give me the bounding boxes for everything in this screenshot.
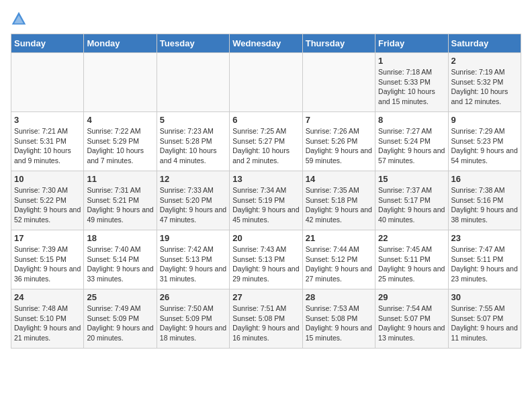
day-info: Sunrise: 7:30 AM Sunset: 5:22 PM Dayligh… — [14, 185, 81, 225]
calendar-cell: 20Sunrise: 7:43 AM Sunset: 5:13 PM Dayli… — [230, 230, 302, 289]
calendar-cell: 21Sunrise: 7:44 AM Sunset: 5:12 PM Dayli… — [302, 230, 375, 289]
day-info: Sunrise: 7:27 AM Sunset: 5:24 PM Dayligh… — [378, 126, 445, 166]
header-day-wednesday: Wednesday — [230, 34, 302, 53]
calendar-cell — [84, 53, 157, 112]
day-number: 22 — [378, 233, 445, 243]
calendar-cell: 5Sunrise: 7:23 AM Sunset: 5:28 PM Daylig… — [157, 112, 229, 171]
day-number: 2 — [451, 56, 518, 66]
day-number: 11 — [87, 174, 153, 184]
header-day-saturday: Saturday — [448, 34, 521, 53]
week-row-3: 10Sunrise: 7:30 AM Sunset: 5:22 PM Dayli… — [11, 171, 521, 230]
calendar-cell: 18Sunrise: 7:40 AM Sunset: 5:14 PM Dayli… — [84, 230, 157, 289]
day-number: 18 — [87, 233, 153, 243]
day-info: Sunrise: 7:31 AM Sunset: 5:21 PM Dayligh… — [87, 185, 153, 225]
day-info: Sunrise: 7:49 AM Sunset: 5:09 PM Dayligh… — [87, 304, 153, 343]
day-info: Sunrise: 7:35 AM Sunset: 5:18 PM Dayligh… — [306, 185, 372, 225]
day-number: 24 — [14, 292, 81, 302]
day-number: 7 — [306, 115, 372, 125]
calendar-cell: 2Sunrise: 7:19 AM Sunset: 5:32 PM Daylig… — [448, 53, 521, 112]
calendar-cell: 11Sunrise: 7:31 AM Sunset: 5:21 PM Dayli… — [84, 171, 157, 230]
calendar-cell: 13Sunrise: 7:34 AM Sunset: 5:19 PM Dayli… — [230, 171, 302, 230]
calendar-cell: 24Sunrise: 7:48 AM Sunset: 5:10 PM Dayli… — [11, 289, 84, 349]
calendar-cell: 29Sunrise: 7:54 AM Sunset: 5:07 PM Dayli… — [375, 289, 448, 349]
logo — [11, 11, 30, 27]
day-number: 13 — [232, 174, 299, 184]
day-info: Sunrise: 7:29 AM Sunset: 5:23 PM Dayligh… — [451, 126, 518, 166]
week-row-1: 1Sunrise: 7:18 AM Sunset: 5:33 PM Daylig… — [11, 53, 521, 112]
day-info: Sunrise: 7:44 AM Sunset: 5:12 PM Dayligh… — [306, 244, 372, 284]
calendar-cell: 25Sunrise: 7:49 AM Sunset: 5:09 PM Dayli… — [84, 289, 157, 349]
calendar-cell: 1Sunrise: 7:18 AM Sunset: 5:33 PM Daylig… — [375, 53, 448, 112]
calendar-cell: 16Sunrise: 7:38 AM Sunset: 5:16 PM Dayli… — [448, 171, 521, 230]
calendar-cell: 26Sunrise: 7:50 AM Sunset: 5:09 PM Dayli… — [157, 289, 229, 349]
calendar-cell: 28Sunrise: 7:53 AM Sunset: 5:08 PM Dayli… — [302, 289, 375, 349]
header-day-thursday: Thursday — [302, 34, 375, 53]
day-info: Sunrise: 7:33 AM Sunset: 5:20 PM Dayligh… — [160, 185, 226, 225]
day-info: Sunrise: 7:18 AM Sunset: 5:33 PM Dayligh… — [378, 67, 445, 107]
calendar-cell: 12Sunrise: 7:33 AM Sunset: 5:20 PM Dayli… — [157, 171, 229, 230]
day-number: 8 — [378, 115, 445, 125]
header-day-tuesday: Tuesday — [157, 34, 229, 53]
day-number: 3 — [14, 115, 81, 125]
day-info: Sunrise: 7:23 AM Sunset: 5:28 PM Dayligh… — [160, 126, 226, 166]
calendar-cell — [11, 53, 84, 112]
day-info: Sunrise: 7:55 AM Sunset: 5:07 PM Dayligh… — [451, 304, 518, 343]
day-info: Sunrise: 7:53 AM Sunset: 5:08 PM Dayligh… — [306, 304, 372, 343]
day-number: 20 — [232, 233, 299, 243]
header-day-friday: Friday — [375, 34, 448, 53]
calendar-cell: 30Sunrise: 7:55 AM Sunset: 5:07 PM Dayli… — [448, 289, 521, 349]
day-number: 19 — [160, 233, 226, 243]
day-info: Sunrise: 7:45 AM Sunset: 5:11 PM Dayligh… — [378, 244, 445, 284]
day-info: Sunrise: 7:42 AM Sunset: 5:13 PM Dayligh… — [160, 244, 226, 284]
calendar-cell: 7Sunrise: 7:26 AM Sunset: 5:26 PM Daylig… — [302, 112, 375, 171]
day-number: 21 — [306, 233, 372, 243]
calendar-cell: 15Sunrise: 7:37 AM Sunset: 5:17 PM Dayli… — [375, 171, 448, 230]
day-number: 23 — [451, 233, 518, 243]
day-number: 9 — [451, 115, 518, 125]
calendar-cell: 3Sunrise: 7:21 AM Sunset: 5:31 PM Daylig… — [11, 112, 84, 171]
day-info: Sunrise: 7:25 AM Sunset: 5:27 PM Dayligh… — [232, 126, 299, 166]
header-day-sunday: Sunday — [11, 34, 84, 53]
day-info: Sunrise: 7:26 AM Sunset: 5:26 PM Dayligh… — [306, 126, 372, 166]
day-number: 30 — [451, 292, 518, 302]
day-info: Sunrise: 7:39 AM Sunset: 5:15 PM Dayligh… — [14, 244, 81, 284]
day-info: Sunrise: 7:43 AM Sunset: 5:13 PM Dayligh… — [232, 244, 299, 284]
calendar-cell: 27Sunrise: 7:51 AM Sunset: 5:08 PM Dayli… — [230, 289, 302, 349]
day-number: 14 — [306, 174, 372, 184]
calendar-cell: 9Sunrise: 7:29 AM Sunset: 5:23 PM Daylig… — [448, 112, 521, 171]
day-info: Sunrise: 7:54 AM Sunset: 5:07 PM Dayligh… — [378, 304, 445, 343]
logo-icon — [11, 11, 27, 27]
day-info: Sunrise: 7:40 AM Sunset: 5:14 PM Dayligh… — [87, 244, 153, 284]
week-row-2: 3Sunrise: 7:21 AM Sunset: 5:31 PM Daylig… — [11, 112, 521, 171]
calendar-cell: 22Sunrise: 7:45 AM Sunset: 5:11 PM Dayli… — [375, 230, 448, 289]
day-info: Sunrise: 7:51 AM Sunset: 5:08 PM Dayligh… — [232, 304, 299, 343]
calendar-header-row: SundayMondayTuesdayWednesdayThursdayFrid… — [11, 34, 521, 53]
day-number: 28 — [306, 292, 372, 302]
day-number: 5 — [160, 115, 226, 125]
day-info: Sunrise: 7:38 AM Sunset: 5:16 PM Dayligh… — [451, 185, 518, 225]
calendar-cell — [157, 53, 229, 112]
week-row-4: 17Sunrise: 7:39 AM Sunset: 5:15 PM Dayli… — [11, 230, 521, 289]
day-info: Sunrise: 7:19 AM Sunset: 5:32 PM Dayligh… — [451, 67, 518, 107]
calendar-cell: 4Sunrise: 7:22 AM Sunset: 5:29 PM Daylig… — [84, 112, 157, 171]
day-info: Sunrise: 7:22 AM Sunset: 5:29 PM Dayligh… — [87, 126, 153, 166]
calendar-table: SundayMondayTuesdayWednesdayThursdayFrid… — [11, 34, 521, 349]
day-number: 1 — [378, 56, 445, 66]
calendar-cell — [302, 53, 375, 112]
day-info: Sunrise: 7:37 AM Sunset: 5:17 PM Dayligh… — [378, 185, 445, 225]
calendar-cell: 19Sunrise: 7:42 AM Sunset: 5:13 PM Dayli… — [157, 230, 229, 289]
calendar-cell: 14Sunrise: 7:35 AM Sunset: 5:18 PM Dayli… — [302, 171, 375, 230]
header — [11, 11, 521, 27]
week-row-5: 24Sunrise: 7:48 AM Sunset: 5:10 PM Dayli… — [11, 289, 521, 349]
day-number: 6 — [232, 115, 299, 125]
calendar-cell: 23Sunrise: 7:47 AM Sunset: 5:11 PM Dayli… — [448, 230, 521, 289]
day-number: 10 — [14, 174, 81, 184]
day-number: 17 — [14, 233, 81, 243]
day-number: 16 — [451, 174, 518, 184]
calendar-cell: 17Sunrise: 7:39 AM Sunset: 5:15 PM Dayli… — [11, 230, 84, 289]
calendar-cell — [230, 53, 302, 112]
day-info: Sunrise: 7:50 AM Sunset: 5:09 PM Dayligh… — [160, 304, 226, 343]
calendar-cell: 10Sunrise: 7:30 AM Sunset: 5:22 PM Dayli… — [11, 171, 84, 230]
day-number: 27 — [232, 292, 299, 302]
day-info: Sunrise: 7:48 AM Sunset: 5:10 PM Dayligh… — [14, 304, 81, 343]
